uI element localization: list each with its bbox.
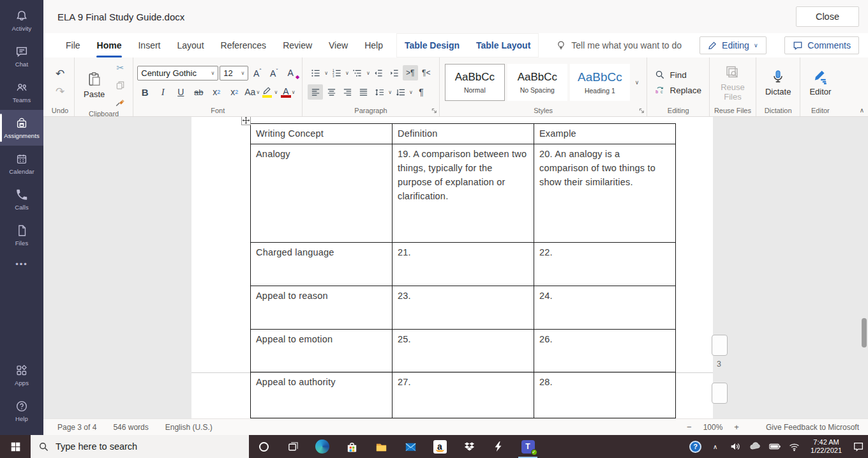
cell-concept[interactable]: Appeal to emotion [251, 330, 393, 372]
zoom-out-button[interactable]: − [687, 422, 692, 432]
sidebar-item-files[interactable]: Files [0, 217, 43, 253]
paragraph-spacing-chevron[interactable]: ∨ [409, 89, 413, 95]
sidebar-item-assignments[interactable]: Assignments [0, 110, 43, 146]
sidebar-item-help[interactable]: Help [0, 393, 43, 429]
align-center-button[interactable] [324, 84, 339, 100]
grow-font-button[interactable]: Aˆ [250, 65, 265, 80]
vertical-scrollbar[interactable] [861, 117, 867, 418]
undo-button[interactable]: ↶ [52, 66, 68, 81]
copy-button[interactable] [112, 77, 128, 93]
document-page[interactable]: Writing Concept Definition Example Analo… [191, 117, 713, 418]
increase-indent-button[interactable] [387, 65, 402, 80]
tab-help[interactable]: Help [356, 33, 391, 57]
style-normal[interactable]: AaBbCc Normal [445, 64, 505, 101]
tab-table-layout[interactable]: Table Layout [468, 33, 539, 57]
cell-concept[interactable]: Appeal to reason [251, 286, 393, 330]
cell-concept[interactable]: Analogy [251, 144, 393, 243]
replace-button[interactable]: Replace [655, 85, 701, 95]
file-explorer-button[interactable] [366, 435, 396, 458]
superscript-button[interactable]: x2 [227, 84, 242, 100]
page-count-status[interactable]: Page 3 of 4 [57, 423, 96, 432]
search-input[interactable] [56, 441, 221, 452]
teams-taskbar-button[interactable]: T ✓ [513, 435, 542, 458]
lightning-app-button[interactable] [484, 435, 513, 458]
cell-definition[interactable]: 27. [393, 372, 534, 418]
sidebar-item-teams[interactable]: Teams [0, 74, 43, 110]
table-move-handle[interactable] [241, 117, 251, 125]
subscript-button[interactable]: x2 [209, 84, 224, 100]
numbered-list-chevron[interactable]: ∨ [345, 70, 349, 76]
sidebar-item-calls[interactable]: Calls [0, 181, 43, 217]
battery-tray-button[interactable] [765, 435, 784, 458]
header-cell-writing-concept[interactable]: Writing Concept [251, 124, 393, 144]
amazon-taskbar-button[interactable]: a [425, 435, 454, 458]
tell-me-box[interactable]: Tell me what you want to do [555, 33, 682, 57]
sidebar-item-activity[interactable]: Activity [0, 3, 43, 38]
cell-example[interactable]: 26. [534, 330, 676, 372]
paste-button[interactable]: Paste [79, 70, 110, 100]
comment-anchor-chip[interactable] [712, 383, 728, 404]
zoom-level[interactable]: 100% [703, 423, 723, 432]
justify-button[interactable] [355, 84, 371, 100]
editor-button[interactable]: Editor [804, 68, 836, 96]
cell-concept[interactable]: Charged language [251, 243, 393, 286]
tab-insert[interactable]: Insert [130, 33, 168, 57]
wifi-tray-button[interactable] [784, 435, 804, 458]
tab-view[interactable]: View [320, 33, 356, 57]
cut-button[interactable]: ✂ [112, 60, 128, 75]
bullet-list-button[interactable] [308, 65, 323, 80]
styles-dialog-launcher[interactable] [639, 108, 645, 114]
feedback-link[interactable]: Give Feedback to Microsoft [766, 423, 859, 432]
cell-definition[interactable]: 23. [393, 286, 534, 330]
decrease-indent-button[interactable] [371, 65, 386, 80]
redo-button[interactable]: ↷ [52, 84, 68, 99]
line-spacing-button[interactable] [371, 84, 387, 100]
dropbox-taskbar-button[interactable] [454, 435, 484, 458]
onedrive-tray-button[interactable] [745, 435, 765, 458]
task-view-button[interactable] [278, 435, 308, 458]
scrollbar-thumb[interactable] [862, 318, 867, 347]
editing-mode-button[interactable]: Editing ∨ [700, 36, 766, 54]
styles-gallery-chevron[interactable]: ∨ [632, 79, 642, 86]
line-spacing-chevron[interactable]: ∨ [388, 89, 392, 95]
format-painter-button[interactable] [112, 95, 128, 110]
header-cell-example[interactable]: Example [534, 124, 676, 144]
font-name-select[interactable]: Century Gothic ∨ [137, 66, 218, 80]
header-cell-definition[interactable]: Definition [393, 124, 534, 144]
comment-anchor-chip[interactable] [712, 335, 728, 356]
numbered-list-button[interactable] [329, 65, 344, 80]
underline-button[interactable]: U [173, 84, 188, 100]
text-highlight-button[interactable]: ∨ [262, 84, 278, 100]
align-left-button[interactable] [308, 84, 323, 100]
action-center-button[interactable] [848, 435, 868, 458]
tab-file[interactable]: File [57, 33, 89, 57]
right-to-left-button[interactable]: ¶< [419, 65, 434, 80]
style-no-spacing[interactable]: AaBbCc No Spacing [507, 64, 567, 101]
cell-example[interactable]: 24. [534, 286, 676, 330]
italic-button[interactable]: I [155, 84, 170, 100]
store-taskbar-button[interactable] [337, 435, 366, 458]
align-right-button[interactable] [340, 84, 355, 100]
tab-references[interactable]: References [213, 33, 275, 57]
tab-review[interactable]: Review [274, 33, 320, 57]
taskbar-clock[interactable]: 7:42 AM 1/22/2021 [804, 438, 848, 455]
style-heading-1[interactable]: AaBbCc Heading 1 [570, 64, 630, 101]
tab-layout[interactable]: Layout [168, 33, 212, 57]
clear-formatting-button[interactable]: A◆ [283, 65, 298, 80]
collapse-ribbon-button[interactable]: ∧ [860, 107, 864, 114]
comments-button[interactable]: Comments [784, 36, 859, 54]
mail-taskbar-button[interactable] [396, 435, 425, 458]
paragraph-dialog-launcher[interactable] [431, 108, 437, 114]
shrink-font-button[interactable]: Aˇ [266, 65, 281, 80]
strikethrough-button[interactable]: ab [191, 84, 206, 100]
zoom-in-button[interactable]: + [734, 422, 739, 432]
sidebar-item-apps[interactable]: Apps [0, 357, 43, 393]
sidebar-item-chat[interactable]: Chat [0, 38, 43, 74]
volume-tray-button[interactable] [725, 435, 745, 458]
show-paragraph-marks-button[interactable]: ¶ [414, 84, 429, 100]
reuse-files-button[interactable]: Reuse Files [714, 64, 752, 102]
tray-overflow-chevron[interactable]: ∧ [705, 435, 725, 458]
sidebar-more-button[interactable]: ••• [0, 253, 43, 275]
change-case-button[interactable]: Aa∨ [244, 84, 260, 100]
cell-example[interactable]: 22. [534, 243, 676, 286]
